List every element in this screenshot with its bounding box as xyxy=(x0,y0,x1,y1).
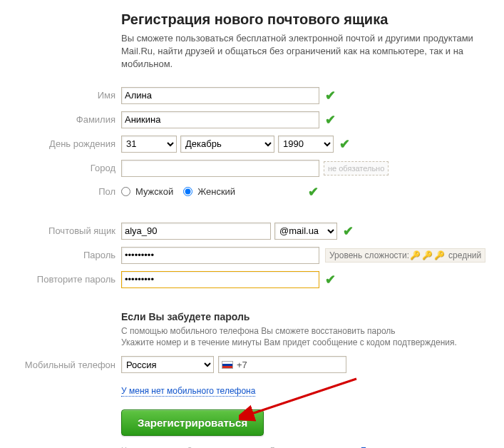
phone-prefix: +7 xyxy=(237,360,247,370)
mailbox-user-input[interactable] xyxy=(121,223,271,240)
forgot-text: С помощью мобильного телефона Вы сможете… xyxy=(121,325,490,350)
gender-radiogroup: Мужской Женский xyxy=(121,186,242,197)
gender-female-label: Женский xyxy=(197,186,235,197)
label-mobile: Мобильный телефон xyxy=(14,360,121,370)
check-icon: ✔ xyxy=(325,88,336,103)
page-subtitle: Вы сможете пользоваться бесплатной элект… xyxy=(121,32,490,71)
gender-male-radio[interactable] xyxy=(121,187,130,196)
label-firstname: Имя xyxy=(14,90,121,101)
key-icon: 🔑 xyxy=(410,250,421,260)
check-icon: ✔ xyxy=(308,184,319,200)
key-icon: 🔑 xyxy=(434,250,445,260)
check-icon: ✔ xyxy=(343,223,354,239)
page-title: Регистрация нового почтового ящика xyxy=(121,11,490,28)
svg-line-1 xyxy=(250,379,356,414)
check-icon: ✔ xyxy=(339,136,350,152)
register-button[interactable]: Зарегистрироваться xyxy=(121,409,264,436)
label-gender: Пол xyxy=(14,186,121,197)
birth-month-select[interactable]: Декабрь xyxy=(180,136,274,153)
password-strength-label: Уровень сложности: xyxy=(329,250,409,260)
birth-year-select[interactable]: 1990 xyxy=(278,136,334,153)
label-birthday: День рождения xyxy=(14,138,121,149)
password-strength-value: средний xyxy=(448,250,481,260)
password-input[interactable] xyxy=(121,247,319,264)
label-mailbox: Почтовый ящик xyxy=(14,225,121,236)
mailbox-domain-select[interactable]: @mail.ua xyxy=(274,223,337,240)
no-phone-link[interactable]: У меня нет мобильного телефона xyxy=(121,386,255,397)
password-strength-meter: Уровень сложности: 🔑 🔑 🔑 средний xyxy=(325,248,485,263)
optional-badge: не обязательно xyxy=(324,161,389,175)
label-repassword: Повторите пароль xyxy=(14,274,121,285)
phone-country-select[interactable]: Россия xyxy=(121,356,214,373)
check-icon: ✔ xyxy=(325,272,336,287)
gender-male-label: Мужской xyxy=(135,186,173,197)
label-password: Пароль xyxy=(14,250,121,260)
firstname-input[interactable] xyxy=(121,87,319,104)
key-icon: 🔑 xyxy=(422,250,433,260)
phone-input[interactable]: +7 xyxy=(218,356,346,373)
city-input[interactable] xyxy=(121,160,319,177)
birth-day-select[interactable]: 31 xyxy=(121,136,177,153)
label-lastname: Фамилия xyxy=(14,114,121,125)
flag-ru-icon xyxy=(222,361,233,369)
check-icon: ✔ xyxy=(325,112,336,128)
gender-female-radio[interactable] xyxy=(183,187,192,196)
label-city: Город xyxy=(14,163,121,173)
forgot-heading: Если Вы забудете пароль xyxy=(121,311,490,322)
repassword-input[interactable] xyxy=(121,271,319,288)
lastname-input[interactable] xyxy=(121,111,319,128)
